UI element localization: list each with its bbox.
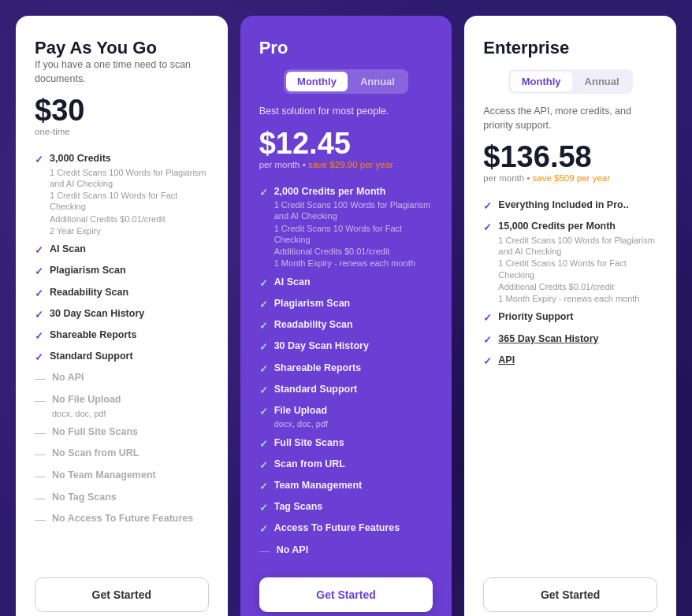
feature-text-pro-3: Readability Scan [274,318,433,332]
check-icon: ✓ [483,311,492,325]
payasyougo-feature-8: —No File Uploaddocx, doc, pdf [35,390,209,422]
feature-text-pro-5: Shareable Reports [274,362,433,376]
feature-text-payasyougo-5: Shareable Reports [50,328,209,343]
feature-bold-enterprise-3: 365 Day Scan History [498,333,598,344]
feature-text-pro-13: No API [277,544,433,558]
check-icon: ✓ [259,458,268,473]
payasyougo-feature-13: —No Access To Future Features [35,509,209,531]
pro-cta-button[interactable]: Get Started [259,577,433,612]
pro-description: Best solution for most people. [259,105,433,119]
pro-toggle-annual[interactable]: Annual [349,72,406,91]
feature-text-pro-4: 30 Day Scan History [274,340,433,354]
feature-bold-payasyougo-11: No Team Management [52,469,156,481]
check-icon: ✓ [35,153,43,167]
feature-text-pro-9: Scan from URL [274,458,433,472]
check-icon: ✓ [35,308,43,322]
feature-bold-pro-12: Access To Future Features [274,522,400,533]
feature-text-payasyougo-9: No Full Site Scans [52,425,209,440]
pro-title: Pro [259,38,433,58]
feature-sub-pro-0: 1 Credit Scans 100 Words for Plagiarism … [274,199,433,222]
feature-bold-enterprise-2: Priority Support [498,311,573,322]
pro-feature-7: ✓File Uploaddocx, doc, pdf [259,401,433,433]
check-icon: ✓ [259,501,268,515]
check-icon: ✓ [35,287,43,301]
pro-feature-2: ✓Plagiarism Scan [259,294,433,315]
feature-text-payasyougo-6: Standard Support [50,350,209,364]
enterprise-toggle-annual[interactable]: Annual [574,72,631,91]
pro-feature-9: ✓Scan from URL [259,455,433,476]
payasyougo-feature-2: ✓Plagiarism Scan [35,261,209,282]
enterprise-features: ✓Everything Included in Pro..✓15,000 Cre… [483,195,657,562]
payasyougo-feature-10: —No Scan from URL [35,443,209,466]
feature-text-pro-0: 2,000 Credits per Month1 Credit Scans 10… [274,185,433,269]
check-icon: ✓ [259,405,268,419]
enterprise-price-sub: per month • save $509 per year [483,173,657,183]
check-icon: ✓ [35,329,43,343]
pro-price-sub: per month • save $29.90 per year [259,160,433,169]
feature-bold-pro-4: 30 Day Scan History [274,340,369,351]
card-enterprise: EnterpriseMonthlyAnnualAccess the API, m… [464,16,676,616]
payasyougo-feature-12: —No Tag Scans [35,488,209,510]
payasyougo-cta-button[interactable]: Get Started [35,577,209,612]
enterprise-cta-button[interactable]: Get Started [483,577,657,612]
payasyougo-features: ✓3,000 Credits1 Credit Scans 100 Words f… [35,149,209,562]
pro-feature-10: ✓Team Management [259,476,433,497]
feature-text-enterprise-2: Priority Support [498,310,657,325]
feature-sub-payasyougo-0: Additional Credits $0.01/credit [50,213,209,225]
feature-bold-pro-1: AI Scan [274,276,311,288]
feature-bold-payasyougo-0: 3,000 Credits [50,153,111,164]
feature-text-pro-2: Plagiarism Scan [274,297,433,311]
enterprise-toggle-monthly[interactable]: Monthly [511,72,572,91]
feature-text-pro-8: Full Site Scans [274,436,433,451]
enterprise-feature-2: ✓Priority Support [483,307,657,328]
feature-bold-pro-5: Shareable Reports [274,362,361,373]
payasyougo-feature-11: —No Team Management [35,466,209,488]
feature-sub-pro-7: docx, doc, pdf [274,418,433,429]
feature-bold-payasyougo-10: No Scan from URL [52,447,139,458]
enterprise-feature-3: ✓365 Day Scan History [483,329,657,351]
check-icon: ✓ [483,333,492,347]
feature-text-pro-12: Access To Future Features [274,521,433,536]
check-icon: ✓ [259,276,268,291]
feature-bold-pro-13: No API [277,544,309,555]
feature-sub-pro-0: Additional Credits $0.01/credit [274,246,433,257]
dash-icon: — [35,371,46,387]
pro-feature-8: ✓Full Site Scans [259,433,433,455]
feature-bold-payasyougo-6: Standard Support [50,351,133,362]
feature-bold-pro-7: File Upload [274,405,327,416]
feature-text-pro-7: File Uploaddocx, doc, pdf [274,404,433,430]
feature-text-enterprise-1: 15,000 Credits per Month1 Credit Scans 1… [498,220,657,304]
pro-feature-5: ✓Shareable Reports [259,358,433,380]
feature-bold-pro-9: Scan from URL [274,458,345,469]
enterprise-save-text: save $509 per year [533,173,610,183]
pro-toggle-monthly[interactable]: Monthly [286,72,348,91]
feature-text-payasyougo-10: No Scan from URL [52,447,209,461]
pricing-container: Pay As You GoIf you have a one time need… [16,16,676,616]
feature-text-payasyougo-4: 30 Day Scan History [50,307,209,321]
feature-bold-payasyougo-9: No Full Site Scans [52,426,138,437]
dash-icon: — [35,512,46,528]
enterprise-price: $136.58 [483,142,657,172]
feature-bold-enterprise-0: Everything Included in Pro.. [498,199,628,210]
enterprise-feature-1: ✓15,000 Credits per Month1 Credit Scans … [483,217,657,307]
payasyougo-feature-3: ✓Readability Scan [35,283,209,304]
check-icon: ✓ [259,480,268,494]
feature-text-payasyougo-7: No API [52,371,209,385]
card-payasyougo: Pay As You GoIf you have a one time need… [16,16,228,616]
pro-feature-3: ✓Readability Scan [259,315,433,336]
enterprise-description: Access the API, more credits, and priori… [483,105,657,132]
dash-icon: — [35,425,46,441]
check-icon: ✓ [35,243,43,258]
check-icon: ✓ [259,522,268,536]
check-icon: ✓ [259,319,268,333]
feature-text-enterprise-4: API [498,354,657,368]
feature-sub-payasyougo-8: docx, doc, pdf [52,408,209,419]
enterprise-feature-4: ✓API [483,351,657,372]
feature-bold-pro-8: Full Site Scans [274,437,344,448]
pro-feature-4: ✓30 Day Scan History [259,336,433,358]
check-icon: ✓ [259,340,268,354]
enterprise-toggle-group: MonthlyAnnual [508,69,633,94]
feature-bold-pro-6: Standard Support [274,384,358,395]
feature-sub-payasyougo-0: 2 Year Expiry [50,225,209,236]
pro-toggle-group: MonthlyAnnual [284,69,408,94]
